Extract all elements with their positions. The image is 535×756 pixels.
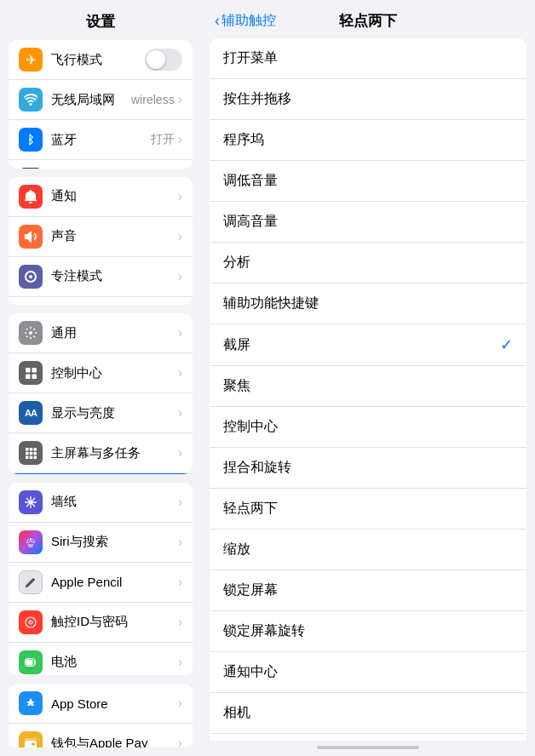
sidebar-item-airplane[interactable]: ✈ 飞行模式 xyxy=(9,40,193,80)
sidebar-item-label: 通知 xyxy=(51,188,178,204)
sidebar-item-label: 控制中心 xyxy=(51,365,178,381)
sidebar-item-label: 电池 xyxy=(51,654,178,670)
bluetooth-value: 打开 xyxy=(151,132,175,147)
wallpaper-icon xyxy=(19,490,43,514)
sidebar-item-bluetooth[interactable]: ᛒ 蓝牙 打开 › xyxy=(9,120,193,160)
sidebar-item-label: 无线局域网 xyxy=(51,92,131,108)
list-item-zoom[interactable]: 缩放 xyxy=(210,530,526,570)
list-item-open-menu[interactable]: 打开菜单 xyxy=(210,38,526,79)
bluetooth-icon: ᛒ xyxy=(19,128,43,152)
sidebar-item-wallet[interactable]: 钱包与Apple Pay › xyxy=(9,724,193,747)
airplane-toggle[interactable] xyxy=(145,49,182,71)
list-item-screenshot[interactable]: 截屏✓ xyxy=(210,324,526,366)
wifi-icon xyxy=(19,88,43,112)
back-button[interactable]: ‹ 辅助触控 xyxy=(215,12,276,30)
sidebar-section-notifications: 通知 › 声音 › 专注模式 › 屏幕使用时间 xyxy=(9,177,193,306)
homescreen-icon xyxy=(19,441,43,465)
sidebar-item-appstore[interactable]: App Store › xyxy=(9,684,193,724)
svg-point-19 xyxy=(29,501,32,504)
main-list: 打开菜单按住并拖移程序坞调低音量调高音量分析辅助功能快捷键截屏✓聚焦控制中心捏合… xyxy=(201,38,535,741)
svg-rect-17 xyxy=(33,455,37,459)
list-item-pinch-rotate[interactable]: 捏合和旋转 xyxy=(210,448,526,489)
sidebar-item-general[interactable]: 通用 › xyxy=(9,313,193,353)
list-item-label: 调低音量 xyxy=(223,172,513,190)
list-item-notification-center[interactable]: 通知中心 xyxy=(210,652,526,693)
sidebar-item-pencil[interactable]: Apple Pencil › xyxy=(9,563,193,603)
svg-point-4 xyxy=(29,331,32,335)
list-item-app-switcher[interactable]: 程序坞 xyxy=(210,120,526,161)
list-item-label: 锁定屏幕旋转 xyxy=(223,622,513,640)
list-item-label: 锁定屏幕 xyxy=(223,581,513,599)
sidebar-item-battery[interactable]: 电池 › xyxy=(9,643,193,675)
focus-icon xyxy=(19,265,43,289)
list-item-focus[interactable]: 聚焦 xyxy=(210,366,526,407)
sidebar-item-label: Apple Pencil xyxy=(51,575,178,589)
list-item-vol-up[interactable]: 调高音量 xyxy=(210,202,526,243)
sidebar-section-connectivity: ✈ 飞行模式 无线局域网 wireless › ᛒ 蓝牙 打开 xyxy=(9,40,193,169)
sidebar-item-wallpaper[interactable]: 墙纸 › xyxy=(9,483,193,523)
svg-rect-16 xyxy=(29,455,32,459)
sidebar-title: 设置 xyxy=(0,0,201,40)
svg-rect-27 xyxy=(32,743,35,746)
touchid-icon xyxy=(19,610,43,634)
sidebar-item-label: 钱包与Apple Pay xyxy=(51,736,178,747)
sidebar-item-label: 声音 xyxy=(51,228,178,244)
pencil-icon xyxy=(19,570,43,594)
sidebar-item-label: 通用 xyxy=(51,325,178,341)
list-item-label: 分析 xyxy=(223,254,513,272)
list-item-rotate[interactable]: 旋转 xyxy=(210,734,526,741)
svg-point-21 xyxy=(26,617,36,627)
list-item-label: 相机 xyxy=(223,704,513,722)
sidebar-item-homescreen[interactable]: 主屏幕与多任务 › xyxy=(9,433,193,473)
svg-rect-8 xyxy=(32,374,37,379)
sidebar-item-control-center[interactable]: 控制中心 › xyxy=(9,353,193,393)
list-item-lock-rotate[interactable]: 锁定屏幕旋转 xyxy=(210,611,526,652)
sidebar-item-label: App Store xyxy=(51,696,178,711)
sidebar-section-general: 通用 › 控制中心 › AA 显示与亮度 › 主屏幕与多任务 › xyxy=(9,313,193,473)
sidebar-item-wifi[interactable]: 无线局域网 wireless › xyxy=(9,80,193,120)
list-item-label: 捏合和旋转 xyxy=(223,459,513,477)
list-item-label: 缩放 xyxy=(223,541,513,558)
display-icon: AA xyxy=(19,401,43,425)
screentime-icon xyxy=(19,305,43,306)
list-item-label: 程序坞 xyxy=(223,131,513,149)
sidebar-item-screentime[interactable]: 屏幕使用时间 › xyxy=(9,297,193,306)
list-item-camera[interactable]: 相机 xyxy=(210,693,526,734)
svg-rect-15 xyxy=(26,455,29,459)
battery-icon xyxy=(19,650,43,674)
list-item-label: 按住并拖移 xyxy=(223,90,513,108)
list-item-label: 通知中心 xyxy=(223,663,513,681)
list-item-label: 聚焦 xyxy=(223,377,513,395)
main-content: ‹ 辅助触控 轻点两下 打开菜单按住并拖移程序坞调低音量调高音量分析辅助功能快捷… xyxy=(201,0,535,756)
list-item-press-drag[interactable]: 按住并拖移 xyxy=(210,79,526,120)
sidebar-item-focus[interactable]: 专注模式 › xyxy=(9,257,193,297)
list-item-label: 打开菜单 xyxy=(223,49,513,67)
list-item-label: 控制中心 xyxy=(223,418,513,436)
sidebar-item-sound[interactable]: 声音 › xyxy=(9,217,193,257)
appstore-icon xyxy=(19,691,43,715)
list-item-vol-down[interactable]: 调低音量 xyxy=(210,161,526,202)
sidebar-item-display[interactable]: AA 显示与亮度 › xyxy=(9,393,193,433)
sidebar-item-siri[interactable]: Siri与搜索 › xyxy=(9,523,193,563)
sidebar-item-touchid[interactable]: 触控ID与密码 › xyxy=(9,603,193,643)
svg-point-20 xyxy=(30,538,32,540)
list-item-lock-screen[interactable]: 锁定屏幕 xyxy=(210,570,526,611)
list-item-label: 轻点两下 xyxy=(223,500,513,518)
list-item-label: 调高音量 xyxy=(223,213,513,231)
wallet-icon xyxy=(19,731,43,747)
list-item-shortcut[interactable]: 辅助功能快捷键 xyxy=(210,284,526,324)
sound-icon xyxy=(19,225,43,249)
wifi-value: wireless xyxy=(131,93,175,106)
sidebar-item-vpn[interactable]: VPN VPN xyxy=(9,160,193,169)
sidebar-section-personalize: 墙纸 › Siri与搜索 › Apple Pencil › xyxy=(9,483,193,675)
list-item-control-center[interactable]: 控制中心 xyxy=(210,407,526,448)
bluetooth-chevron: › xyxy=(178,132,182,147)
sidebar-item-label: Siri与搜索 xyxy=(51,534,178,550)
siri-icon xyxy=(19,530,43,554)
wifi-chevron: › xyxy=(178,92,182,107)
bottom-bar xyxy=(317,746,419,749)
list-item-analytics[interactable]: 分析 xyxy=(210,243,526,284)
list-item-double-tap[interactable]: 轻点两下 xyxy=(210,489,526,530)
sidebar-item-label: 飞行模式 xyxy=(51,52,145,68)
sidebar-item-notification[interactable]: 通知 › xyxy=(9,177,193,217)
